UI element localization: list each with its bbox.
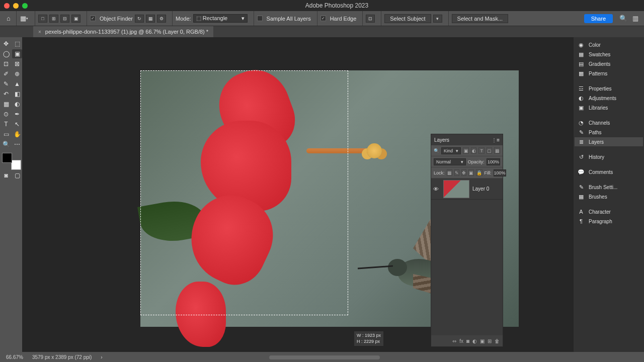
object-selection-tool[interactable]: ▣ xyxy=(12,49,22,58)
zoom-tool[interactable]: 🔍 xyxy=(1,140,11,149)
subtract-selection-button[interactable]: ⊟ xyxy=(60,15,69,23)
eyedropper-tool[interactable]: ✐ xyxy=(1,69,11,78)
lasso-tool[interactable]: ◯ xyxy=(1,49,11,58)
dodge-tool[interactable]: ⊙ xyxy=(1,110,11,119)
history-panel-tab[interactable]: ↺History xyxy=(575,152,643,161)
foreground-color[interactable] xyxy=(2,153,12,163)
lock-all-icon[interactable]: 🔒 xyxy=(476,169,482,176)
minimize-window-icon[interactable] xyxy=(13,3,19,9)
link-icon[interactable]: ⇔ xyxy=(452,338,456,344)
lock-transparency-icon[interactable]: ▦ xyxy=(447,169,452,176)
new-layer-icon[interactable]: ⊞ xyxy=(488,338,492,344)
object-finder-checkbox[interactable] xyxy=(90,16,96,21)
horizontal-scrollbar[interactable] xyxy=(269,355,380,359)
adjustment-icon[interactable]: ◐ xyxy=(472,338,477,344)
brushes-panel-tab[interactable]: ▦Brushes xyxy=(575,192,643,201)
group-icon[interactable]: ▣ xyxy=(480,338,485,344)
zoom-level[interactable]: 66.67% xyxy=(6,354,23,360)
channels-panel-tab[interactable]: ◔Channels xyxy=(575,118,643,127)
hard-edge-checkbox[interactable] xyxy=(320,16,326,21)
layers-panel-tab[interactable]: ≣Layers xyxy=(575,137,643,146)
paragraph-panel-tab[interactable]: ¶Paragraph xyxy=(575,217,643,226)
type-tool[interactable]: T xyxy=(1,120,11,129)
lock-position-icon[interactable]: ✥ xyxy=(461,169,466,176)
options-icon[interactable]: ⊡ xyxy=(366,15,375,23)
marquee-tool[interactable]: ⬚ xyxy=(12,39,22,48)
layer-thumbnail[interactable] xyxy=(443,180,469,198)
crop-tool[interactable]: ⊡ xyxy=(1,59,11,68)
gradients-panel-tab[interactable]: ▤Gradients xyxy=(575,59,643,68)
brush-tool[interactable]: ✎ xyxy=(1,79,11,88)
hand-tool[interactable]: ✋ xyxy=(12,130,22,139)
libraries-panel-tab[interactable]: ▣Libraries xyxy=(575,103,643,112)
healing-tool[interactable]: ⊕ xyxy=(12,69,22,78)
sample-all-checkbox[interactable] xyxy=(257,16,263,21)
close-tab-icon[interactable]: × xyxy=(38,29,41,35)
screenmode-tool[interactable]: ▢ xyxy=(12,171,22,180)
adjustments-panel-tab[interactable]: ◐Adjustments xyxy=(575,94,643,103)
new-selection-button[interactable]: □ xyxy=(38,15,47,23)
intersect-selection-button[interactable]: ▣ xyxy=(71,15,80,23)
filter-shape-icon[interactable]: ▢ xyxy=(487,147,493,154)
home-icon[interactable]: ⌂ xyxy=(4,14,13,23)
add-selection-button[interactable]: ⊞ xyxy=(49,15,58,23)
tools-panel: ✥ ⬚ ◯ ▣ ⊡ ⊠ ✐ ⊕ ✎ ▲ ↶ ◧ ▦ ◐ ⊙ ✒ T ↖ ▭ ✋ … xyxy=(0,37,22,362)
brush-settings-panel-tab[interactable]: ✎Brush Setti... xyxy=(575,183,643,192)
opacity-input[interactable]: 100% xyxy=(487,158,500,165)
workspace-icon[interactable]: ▥ xyxy=(631,14,640,23)
gradient-tool[interactable]: ▦ xyxy=(1,100,11,109)
search-icon[interactable]: 🔍 xyxy=(619,14,628,23)
canvas-area[interactable]: W : 1923 pxH : 2229 px Layers⋮≡ 🔍 Kind▾ … xyxy=(22,37,574,362)
trash-icon[interactable]: 🗑 xyxy=(495,338,500,344)
collapse-icon[interactable]: ⋮≡ xyxy=(492,137,500,143)
layer-name[interactable]: Layer 0 xyxy=(472,186,489,192)
blur-tool[interactable]: ◐ xyxy=(12,100,22,109)
fx-icon[interactable]: fx xyxy=(459,338,463,344)
close-window-icon[interactable] xyxy=(4,3,10,9)
mode-select[interactable]: ⬚ Rectangle▾ xyxy=(193,14,248,23)
quickmask-tool[interactable]: ◙ xyxy=(1,171,11,180)
eraser-tool[interactable]: ◧ xyxy=(12,89,22,99)
filter-adjust-icon[interactable]: ◐ xyxy=(471,147,477,154)
color-swatches[interactable] xyxy=(1,153,22,170)
filter-type-icon[interactable]: T xyxy=(478,147,485,154)
document-tab[interactable]: × pexels-philippe-donn-1133957 (1).jpg @… xyxy=(33,26,213,37)
fill-input[interactable]: 100% xyxy=(494,169,506,176)
pen-tool[interactable]: ✒ xyxy=(12,110,22,119)
properties-panel-tab[interactable]: ☲Properties xyxy=(575,84,643,93)
overlay-icon[interactable]: ▦ xyxy=(146,15,155,23)
select-and-mask-button[interactable]: Select and Mask... xyxy=(452,14,509,23)
chevron-right-icon[interactable]: › xyxy=(101,354,102,360)
shape-tool[interactable]: ▭ xyxy=(1,130,11,139)
comments-panel-tab[interactable]: 💬Comments xyxy=(575,167,643,176)
paths-panel-tab[interactable]: ✎Paths xyxy=(575,128,643,137)
more-tools-icon[interactable]: ⋯ xyxy=(12,140,22,149)
gear-icon[interactable]: ⚙ xyxy=(157,15,166,23)
history-brush-tool[interactable]: ↶ xyxy=(1,89,11,99)
select-subject-dropdown-icon[interactable]: ▾ xyxy=(433,15,442,23)
layers-panel: Layers⋮≡ 🔍 Kind▾ ▣ ◐ T ▢ ▦ Normal▾ Opaci… xyxy=(431,134,503,347)
move-tool[interactable]: ✥ xyxy=(1,39,11,48)
filter-smart-icon[interactable]: ▦ xyxy=(494,147,500,154)
background-color[interactable] xyxy=(11,160,21,170)
color-panel-tab[interactable]: ◉Color xyxy=(575,40,643,49)
mask-icon[interactable]: ◙ xyxy=(466,338,469,344)
filter-pixel-icon[interactable]: ▣ xyxy=(463,147,469,154)
stamp-tool[interactable]: ▲ xyxy=(12,79,22,88)
share-button[interactable]: Share xyxy=(584,14,613,23)
layer-item[interactable]: 👁 Layer 0 xyxy=(431,178,503,200)
path-tool[interactable]: ↖ xyxy=(12,120,22,129)
select-subject-button[interactable]: Select Subject xyxy=(384,14,431,23)
visibility-icon[interactable]: 👁 xyxy=(433,186,440,192)
frame-tool[interactable]: ⊠ xyxy=(12,59,22,68)
patterns-panel-tab[interactable]: ▩Patterns xyxy=(575,69,643,78)
lock-pixels-icon[interactable]: ✎ xyxy=(454,169,459,176)
refresh-icon[interactable]: ↻ xyxy=(135,15,144,23)
swatches-panel-tab[interactable]: ▦Swatches xyxy=(575,50,643,59)
filter-kind-select[interactable]: Kind▾ xyxy=(441,147,461,154)
blend-mode-select[interactable]: Normal▾ xyxy=(434,158,466,165)
maximize-window-icon[interactable] xyxy=(22,3,28,9)
character-panel-tab[interactable]: ACharacter xyxy=(575,207,643,216)
lock-artboard-icon[interactable]: ▣ xyxy=(468,169,474,176)
tool-preset-icon[interactable]: ▦▾ xyxy=(20,14,29,23)
